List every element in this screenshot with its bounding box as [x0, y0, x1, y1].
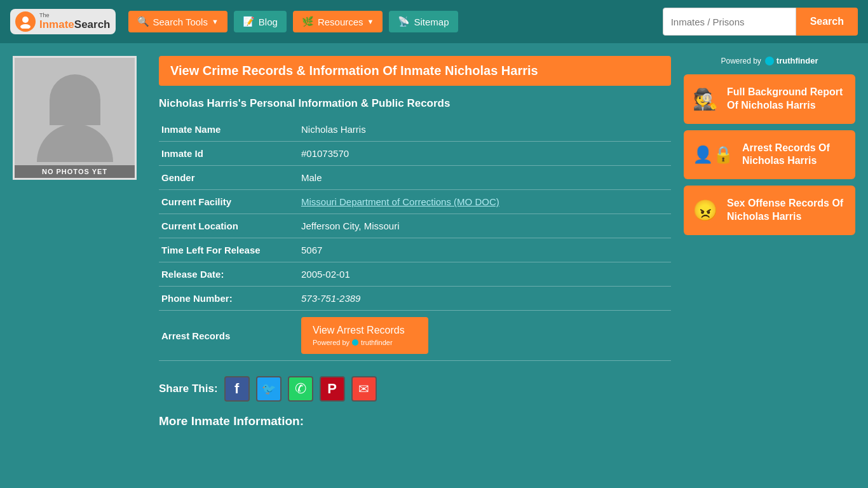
arrest-button-label: View Arrest Records [313, 325, 405, 336]
table-row: Arrest Records View Arrest Records Power… [159, 311, 671, 361]
table-row: Release Date: 2005-02-01 [159, 262, 671, 287]
header: The InmateSearch 🔍 Search Tools ▼ 📝 Blog… [0, 0, 868, 43]
field-value-arrest: View Arrest Records Powered by truthfind… [299, 311, 671, 361]
main-content: NO PHOTOS YET View Crime Records & Infor… [0, 43, 868, 441]
table-row: Current Facility Missouri Department of … [159, 190, 671, 214]
more-info-label: More Inmate Information: [159, 414, 671, 428]
field-value-time-left: 5067 [299, 238, 671, 262]
truthfinder-dot [352, 339, 358, 346]
search-box: Search [663, 8, 858, 36]
arrest-records-label: Arrest Records Of Nicholas Harris [742, 142, 846, 168]
svg-point-0 [22, 17, 29, 23]
powered-by: Powered by truthfinder [684, 56, 855, 65]
field-label: Inmate Id [159, 142, 299, 166]
full-background-label: Full Background Report Of Nicholas Harri… [727, 86, 846, 112]
truthfinder-logo-dot [765, 57, 774, 65]
photo-box: NO PHOTOS YET [13, 56, 137, 180]
sitemap-button[interactable]: 📡 Sitemap [389, 11, 458, 32]
truthfinder-logo: truthfinder [765, 56, 818, 65]
spy-icon: 🕵 [693, 87, 718, 111]
twitter-share-button[interactable]: 🐦 [256, 376, 281, 402]
view-arrest-records-button[interactable]: View Arrest Records Powered by truthfind… [301, 317, 428, 354]
field-value-phone: 573-751-2389 [299, 287, 671, 311]
blog-icon: 📝 [243, 16, 255, 27]
logo-box: The InmateSearch [10, 9, 116, 34]
inmate-info-table: Inmate Name Nicholas Harris Inmate Id #0… [159, 118, 671, 361]
whatsapp-share-button[interactable]: ✆ [288, 376, 313, 402]
search-button[interactable]: Search [796, 8, 858, 36]
field-label: Phone Number: [159, 287, 299, 311]
field-label: Release Date: [159, 262, 299, 287]
sidebar: Powered by truthfinder 🕵 Full Background… [684, 56, 855, 428]
pinterest-share-button[interactable]: P [320, 376, 345, 402]
field-value-gender: Male [299, 166, 671, 190]
table-row: Gender Male [159, 166, 671, 190]
field-value-release-date: 2005-02-01 [299, 262, 671, 287]
offense-icon: 😠 [693, 198, 718, 222]
search-input[interactable] [663, 8, 796, 36]
sitemap-icon: 📡 [398, 16, 410, 27]
field-value-name: Nicholas Harris [299, 118, 671, 142]
facebook-share-button[interactable]: f [224, 376, 250, 402]
silhouette-body [37, 124, 113, 162]
photo-label: NO PHOTOS YET [15, 165, 135, 178]
field-label: Current Facility [159, 190, 299, 214]
logo: The InmateSearch [10, 9, 116, 34]
field-value-location: Jefferson City, Missouri [299, 214, 671, 238]
logo-icon [15, 11, 36, 32]
page-heading: View Crime Records & Information Of Inma… [159, 56, 671, 86]
arrest-icon: 👤🔒 [693, 145, 733, 165]
arrest-button-sub: Powered by truthfinder [313, 339, 393, 346]
field-value-facility[interactable]: Missouri Department of Corrections (MO D… [299, 190, 671, 214]
resources-icon: 🌿 [302, 16, 314, 27]
field-label: Inmate Name [159, 118, 299, 142]
blog-button[interactable]: 📝 Blog [234, 11, 287, 32]
photo-panel: NO PHOTOS YET [13, 56, 146, 428]
full-background-card[interactable]: 🕵 Full Background Report Of Nicholas Har… [684, 74, 855, 124]
info-subtitle: Nicholas Harris's Personal Information &… [159, 97, 671, 110]
table-row: Inmate Name Nicholas Harris [159, 118, 671, 142]
table-row: Phone Number: 573-751-2389 [159, 287, 671, 311]
sex-offense-label: Sex Offense Records Of Nicholas Harris [727, 197, 846, 224]
chevron-down-icon: ▼ [212, 18, 219, 25]
silhouette-head [50, 74, 100, 125]
share-label: Share This: [159, 383, 218, 395]
chevron-down-icon-2: ▼ [367, 18, 374, 25]
field-label: Arrest Records [159, 311, 299, 361]
field-value-id: #01073570 [299, 142, 671, 166]
info-panel: View Crime Records & Information Of Inma… [159, 56, 671, 428]
email-share-button[interactable]: ✉ [351, 376, 377, 402]
resources-button[interactable]: 🌿 Resources ▼ [293, 11, 383, 32]
field-label: Time Left For Release [159, 238, 299, 262]
search-icon: 🔍 [137, 16, 149, 27]
arrest-records-card[interactable]: 👤🔒 Arrest Records Of Nicholas Harris [684, 130, 855, 180]
logo-text: The InmateSearch [39, 13, 111, 31]
table-row: Current Location Jefferson City, Missour… [159, 214, 671, 238]
table-row: Time Left For Release 5067 [159, 238, 671, 262]
share-section: Share This: f 🐦 ✆ P ✉ [159, 376, 671, 402]
svg-point-1 [20, 24, 31, 29]
sex-offense-card[interactable]: 😠 Sex Offense Records Of Nicholas Harris [684, 186, 855, 235]
field-label: Gender [159, 166, 299, 190]
table-row: Inmate Id #01073570 [159, 142, 671, 166]
field-label: Current Location [159, 214, 299, 238]
search-tools-button[interactable]: 🔍 Search Tools ▼ [128, 11, 227, 32]
